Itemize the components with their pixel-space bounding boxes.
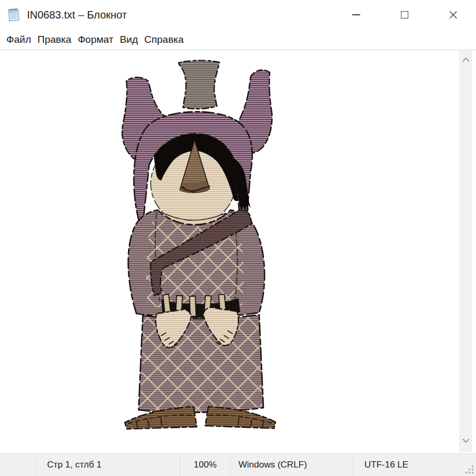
- close-icon: [449, 11, 457, 19]
- status-bar: Стр 1, стлб 1 100% Windows (CRLF) UTF-16…: [0, 453, 476, 476]
- menu-item-view[interactable]: Вид: [120, 34, 138, 45]
- resize-grip[interactable]: [465, 465, 474, 474]
- notepad-window: IN0683.txt – Блокнот Файл Правка Формат …: [0, 0, 476, 476]
- window-title: IN0683.txt – Блокнот: [27, 9, 127, 21]
- status-zoom-level: 100%: [180, 454, 230, 476]
- status-cursor-position: Стр 1, стлб 1: [36, 454, 180, 476]
- chevron-up-icon: [462, 58, 470, 62]
- titlebar[interactable]: IN0683.txt – Блокнот: [0, 0, 476, 30]
- chevron-down-icon: [462, 438, 470, 443]
- menu-item-edit[interactable]: Правка: [38, 34, 71, 45]
- window-controls: [344, 0, 465, 30]
- minimize-button[interactable]: [344, 3, 368, 26]
- maximize-icon: [401, 11, 408, 19]
- status-encoding: UTF-16 LE: [364, 460, 408, 470]
- scroll-down-button[interactable]: [459, 438, 472, 446]
- menu-item-help[interactable]: Справка: [144, 34, 184, 45]
- hat-crest: [178, 60, 219, 108]
- minimize-icon: [352, 14, 360, 15]
- maximize-button[interactable]: [392, 3, 417, 26]
- text-art-figure: [117, 57, 276, 435]
- status-line-ending: Windows (CRLF): [230, 454, 353, 476]
- close-button[interactable]: [441, 3, 465, 26]
- vertical-scrollbar[interactable]: [459, 51, 472, 452]
- status-encoding-cell: UTF-16 LE: [353, 454, 476, 476]
- menu-item-file[interactable]: Файл: [6, 34, 31, 45]
- text-editor-area[interactable]: [0, 50, 476, 452]
- right-shoe: [205, 407, 276, 428]
- menu-bar: Файл Правка Формат Вид Справка: [0, 30, 476, 50]
- scroll-up-button[interactable]: [459, 58, 472, 65]
- status-spacer: [0, 454, 36, 476]
- menu-item-format[interactable]: Формат: [78, 34, 114, 45]
- notepad-icon: [6, 7, 22, 23]
- left-shoe: [125, 407, 197, 429]
